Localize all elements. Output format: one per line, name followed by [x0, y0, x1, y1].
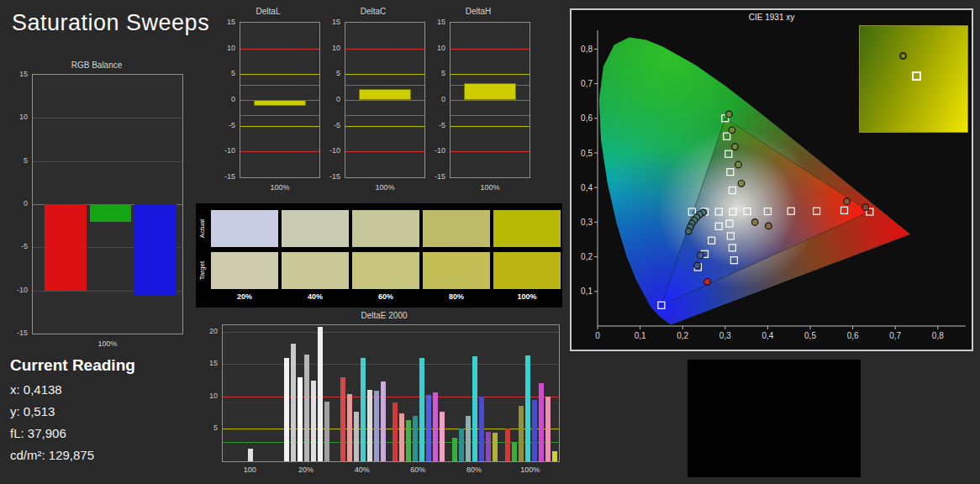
swatch-percent-label: 40%	[282, 292, 349, 301]
y-tick-label: -10	[425, 146, 445, 155]
y-tick-label: 15	[8, 70, 28, 78]
y-tick-label: -10	[320, 146, 340, 155]
blue-bar	[134, 204, 177, 295]
reference-line	[240, 151, 319, 152]
reference-line	[345, 115, 424, 116]
y-tick-label: 5	[320, 69, 340, 77]
gridline	[33, 118, 182, 118]
delta-e-bar	[399, 413, 404, 461]
delta-h-x-label: 100%	[450, 183, 530, 192]
y-tick-label: -15	[8, 329, 28, 337]
y-tick-label: -5	[8, 242, 28, 250]
y-tick-label: 10	[8, 113, 28, 121]
green-bar	[90, 204, 132, 222]
gridline	[223, 364, 559, 365]
cie-1931-title: CIE 1931 xy	[572, 13, 972, 22]
x-tick-label: 40%	[341, 466, 383, 474]
delta-e-bar	[539, 383, 544, 461]
svg-text:0,7: 0,7	[581, 79, 593, 88]
delta-e-2000-title: DeltaE 2000	[203, 311, 565, 320]
gridline	[223, 332, 559, 333]
y-tick-label: -15	[425, 172, 445, 181]
x-tick-label: 100	[229, 466, 271, 474]
reference-line	[223, 397, 559, 397]
rgb-balance-chart: RGB Balance 100% -15-10-5051015	[8, 60, 185, 356]
delta-e-bar	[367, 390, 372, 461]
delta-e-bar	[486, 432, 491, 461]
delta-e-bar	[525, 355, 530, 461]
inset-target-point-marker	[912, 71, 921, 81]
y-tick-label: -15	[320, 172, 340, 181]
current-reading-cdm2: cd/m²: 129,875	[10, 448, 203, 462]
red-bar	[45, 204, 87, 291]
reference-line	[240, 49, 319, 50]
x-tick-label: 100%	[509, 466, 551, 474]
delta-e-bar	[347, 394, 352, 461]
reference-line	[450, 49, 530, 50]
svg-text:0,5: 0,5	[804, 331, 816, 340]
swatch-percent-label: 20%	[211, 292, 278, 301]
y-tick-label: 10	[320, 44, 340, 52]
gridline	[33, 161, 182, 162]
delta-e-bar	[459, 429, 464, 461]
gridline	[345, 100, 424, 101]
swatch-actual-80%	[423, 210, 490, 247]
swatch-actual-100%	[493, 210, 561, 247]
delta-l-chart: DeltaL 100% -15-10-5051015	[215, 7, 321, 197]
value-bar	[359, 89, 411, 100]
delta-h-plot	[450, 22, 530, 178]
svg-text:0,8: 0,8	[581, 45, 593, 54]
reference-line	[450, 126, 530, 127]
y-tick-label: 5	[203, 424, 218, 432]
x-tick-label: 80%	[453, 466, 495, 474]
svg-text:0,3: 0,3	[581, 218, 593, 227]
delta-h-chart: DeltaH 100% -15-10-5051015	[425, 7, 531, 197]
reference-line	[450, 151, 530, 152]
reference-line	[240, 74, 319, 75]
delta-c-chart: DeltaC 100% -15-10-5051015	[320, 7, 426, 197]
current-reading-y: y: 0,513	[10, 404, 203, 418]
swatch-percent-label: 100%	[493, 292, 561, 301]
reference-line	[345, 151, 424, 152]
rgb-balance-title: RGB Balance	[8, 60, 185, 70]
current-reading: Current Reading x: 0,4138 y: 0,513 fL: 3…	[10, 356, 203, 462]
delta-e-bar	[552, 451, 557, 461]
delta-e-bar	[440, 412, 445, 461]
delta-c-x-label: 100%	[345, 183, 425, 192]
svg-text:0,8: 0,8	[932, 331, 944, 340]
delta-e-bar	[248, 449, 253, 461]
y-tick-label: 0	[425, 95, 445, 103]
actual-row-label: Actual	[198, 210, 208, 247]
delta-e-bar	[354, 412, 359, 461]
delta-e-bar	[472, 356, 477, 461]
delta-e-bar	[311, 381, 316, 461]
svg-text:0,2: 0,2	[581, 252, 593, 261]
delta-e-bar	[374, 391, 379, 461]
y-tick-label: 0	[215, 95, 235, 103]
svg-text:0,3: 0,3	[719, 331, 731, 340]
delta-e-bar	[545, 397, 551, 461]
y-tick-label: -10	[8, 286, 28, 294]
delta-e-bar	[479, 397, 484, 461]
y-tick-label: 5	[215, 69, 235, 77]
reference-line	[240, 115, 319, 116]
y-tick-label: 20	[203, 327, 218, 335]
delta-l-title: DeltaL	[215, 7, 321, 16]
y-tick-label: 10	[215, 44, 235, 52]
reference-line	[450, 74, 530, 75]
delta-c-plot	[345, 22, 425, 178]
svg-text:0,4: 0,4	[581, 183, 593, 192]
swatch-actual-20%	[211, 210, 278, 247]
swatch-percent-label: 80%	[423, 292, 490, 301]
delta-e-bar	[505, 429, 510, 461]
inset-measured-point-marker	[899, 52, 907, 60]
reference-line	[240, 85, 319, 86]
svg-text:0,1: 0,1	[581, 287, 593, 296]
swatch-target-80%	[423, 252, 490, 289]
x-tick-label: 20%	[285, 466, 327, 474]
y-tick-label: 5	[8, 156, 28, 165]
y-tick-label: -10	[215, 146, 235, 155]
delta-l-x-label: 100%	[240, 183, 320, 192]
delta-e-bar	[381, 381, 386, 461]
svg-text:0,6: 0,6	[847, 331, 859, 340]
